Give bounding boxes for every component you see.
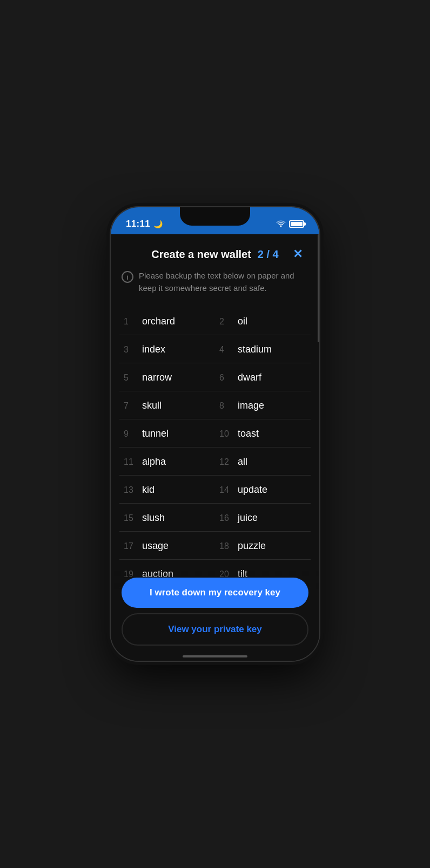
word-value: puzzle [238, 540, 266, 552]
info-icon: i [122, 271, 133, 283]
step-indicator: 2 / 4 [258, 248, 279, 261]
word-value: skull [142, 400, 162, 411]
word-number: 13 [124, 485, 137, 495]
word-value: all [238, 456, 247, 467]
word-item: 6 dwarf [215, 363, 311, 391]
bottom-area: I wrote down my recovery key View your p… [111, 571, 319, 661]
word-item: 17 usage [119, 532, 215, 560]
close-button[interactable]: ✕ [289, 247, 306, 261]
scroll-bar [318, 234, 319, 342]
word-number: 2 [219, 317, 232, 327]
word-number: 16 [219, 513, 232, 523]
word-value: dwarf [238, 372, 261, 383]
word-value: toast [238, 428, 259, 439]
word-item: 5 narrow [119, 363, 215, 391]
home-indicator [183, 655, 247, 657]
wifi-icon [276, 220, 286, 229]
word-number: 4 [219, 345, 232, 355]
word-item: 11 alpha [119, 447, 215, 476]
word-value: tunnel [142, 428, 169, 439]
recovery-key-button[interactable]: I wrote down my recovery key [122, 578, 308, 608]
word-item: 3 index [119, 335, 215, 363]
word-value: stadium [238, 344, 272, 355]
word-number: 5 [124, 373, 137, 383]
word-value: oil [238, 316, 247, 327]
word-number: 3 [124, 345, 137, 355]
phone-frame: 11:11 🌙 Create a new wallet [110, 206, 320, 662]
word-number: 10 [219, 429, 232, 439]
word-item: 7 skull [119, 391, 215, 419]
word-value: alpha [142, 456, 166, 467]
word-item: 4 stadium [215, 335, 311, 363]
word-value: index [142, 344, 165, 355]
battery-fill [291, 222, 303, 226]
word-value: usage [142, 540, 169, 552]
moon-icon: 🌙 [153, 220, 163, 228]
word-number: 6 [219, 373, 232, 383]
header-title-group: Create a new wallet 2 / 4 [141, 248, 289, 261]
word-value: update [238, 484, 267, 496]
word-number: 1 [124, 317, 137, 327]
word-item: 13 kid [119, 476, 215, 504]
word-item: 14 update [215, 476, 311, 504]
word-item: 2 oil [215, 307, 311, 335]
word-number: 9 [124, 429, 137, 439]
battery-icon [289, 220, 304, 228]
word-number: 7 [124, 401, 137, 411]
word-value: image [238, 400, 264, 411]
word-item: 15 slush [119, 504, 215, 532]
word-number: 12 [219, 457, 232, 467]
word-item: 8 image [215, 391, 311, 419]
word-value: slush [142, 512, 165, 524]
word-item: 18 puzzle [215, 532, 311, 560]
word-item: 12 all [215, 447, 311, 476]
word-item: 10 toast [215, 419, 311, 447]
word-number: 18 [219, 541, 232, 551]
word-item: 9 tunnel [119, 419, 215, 447]
notch [180, 207, 250, 226]
info-text: Please backup the text below on paper an… [139, 270, 308, 294]
private-key-button[interactable]: View your private key [122, 613, 308, 646]
word-number: 8 [219, 401, 232, 411]
word-value: kid [142, 484, 154, 496]
word-value: orchard [142, 316, 175, 327]
word-number: 11 [124, 457, 137, 467]
page-title: Create a new wallet [151, 248, 251, 261]
status-time: 11:11 [126, 219, 150, 229]
status-icons [276, 220, 304, 229]
info-box: i Please backup the text below on paper … [111, 270, 319, 305]
word-item: 16 juice [215, 504, 311, 532]
word-item: 1 orchard [119, 307, 215, 335]
word-value: narrow [142, 372, 172, 383]
word-number: 15 [124, 513, 137, 523]
word-value: juice [238, 512, 258, 524]
header: Create a new wallet 2 / 4 ✕ [111, 234, 319, 270]
word-number: 14 [219, 485, 232, 495]
word-number: 17 [124, 541, 137, 551]
